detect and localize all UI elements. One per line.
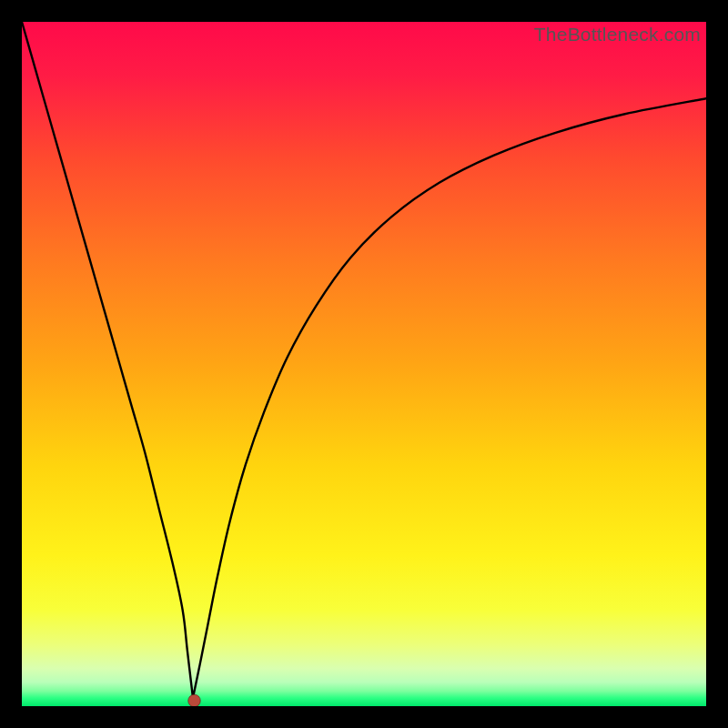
bottleneck-chart [22,22,706,706]
gradient-background [22,22,706,706]
plot-area: TheBottleneck.com [22,22,706,706]
watermark-text: TheBottleneck.com [534,24,701,46]
optimal-point-marker [188,694,201,706]
chart-container: TheBottleneck.com [0,0,728,728]
